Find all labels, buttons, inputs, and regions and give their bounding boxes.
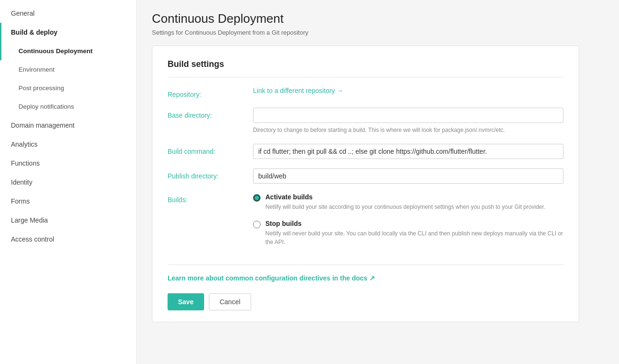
sidebar-item-deploy-notifications[interactable]: Deploy notifications <box>0 97 136 116</box>
build-command-label: Build command: <box>168 144 253 155</box>
builds-row: Builds: Activate builds Netlify will bui… <box>168 193 563 255</box>
base-directory-label: Base directory: <box>168 108 253 119</box>
sidebar-item-analytics[interactable]: Analytics <box>0 135 136 154</box>
publish-directory-input[interactable] <box>253 168 563 184</box>
page-subtitle: Settings for Continuous Deployment from … <box>152 29 604 36</box>
sidebar-item-post-processing[interactable]: Post processing <box>0 79 136 97</box>
activate-builds-option: Activate builds Netlify will build your … <box>253 193 563 211</box>
docs-link[interactable]: Learn more about common configuration di… <box>168 274 375 282</box>
sidebar-item-access-control[interactable]: Access control <box>0 230 136 249</box>
stop-builds-desc: Netlify will never build your site. You … <box>265 229 563 246</box>
card-divider <box>168 264 563 265</box>
sidebar: General Build & deploy Continuous Deploy… <box>0 0 137 364</box>
base-directory-hint: Directory to change to before starting a… <box>253 126 563 134</box>
stop-builds-label: Stop builds <box>265 220 563 227</box>
builds-options: Activate builds Netlify will build your … <box>253 193 563 255</box>
settings-card: Build settings Repository: Link to a dif… <box>152 46 579 322</box>
activate-builds-radio[interactable] <box>253 194 261 202</box>
save-button[interactable]: Save <box>168 293 204 310</box>
sidebar-item-large-media[interactable]: Large Media <box>0 211 136 230</box>
base-directory-input[interactable] <box>253 108 563 123</box>
stop-builds-option: Stop builds Netlify will never build you… <box>253 220 563 246</box>
base-directory-row: Base directory: Directory to change to b… <box>168 108 563 134</box>
activate-builds-label: Activate builds <box>265 193 545 201</box>
stop-builds-radio[interactable] <box>253 221 261 228</box>
section-title: Build settings <box>168 59 563 77</box>
publish-directory-row: Publish directory: <box>168 168 563 184</box>
build-command-content <box>253 144 563 159</box>
build-command-input[interactable] <box>253 144 563 159</box>
link-to-repository[interactable]: Link to a different repository → <box>253 87 343 94</box>
publish-directory-content <box>253 168 563 184</box>
sidebar-item-continuous-deployment[interactable]: Continuous Deployment <box>0 42 136 60</box>
sidebar-item-identity[interactable]: Identity <box>0 173 136 192</box>
main-content: Continuous Deployment Settings for Conti… <box>137 0 619 364</box>
repository-label: Repository: <box>168 87 253 98</box>
sidebar-item-build-deploy[interactable]: Build & deploy <box>0 23 136 42</box>
build-command-row: Build command: <box>168 144 563 159</box>
builds-label: Builds: <box>168 193 253 204</box>
action-buttons: Save Cancel <box>168 293 563 310</box>
activate-builds-desc: Netlify will build your site according t… <box>265 203 545 211</box>
sidebar-item-general[interactable]: General <box>0 4 136 23</box>
sidebar-item-domain-management[interactable]: Domain management <box>0 116 136 135</box>
page-title: Continuous Deployment <box>152 11 604 26</box>
cancel-button[interactable]: Cancel <box>209 293 252 310</box>
sidebar-item-forms[interactable]: Forms <box>0 192 136 211</box>
sidebar-item-environment[interactable]: Environment <box>0 60 136 79</box>
sidebar-item-functions[interactable]: Functions <box>0 154 136 173</box>
repository-content: Link to a different repository → <box>253 87 563 94</box>
publish-directory-label: Publish directory: <box>168 168 253 180</box>
base-directory-content: Directory to change to before starting a… <box>253 108 563 134</box>
repository-row: Repository: Link to a different reposito… <box>168 87 563 98</box>
